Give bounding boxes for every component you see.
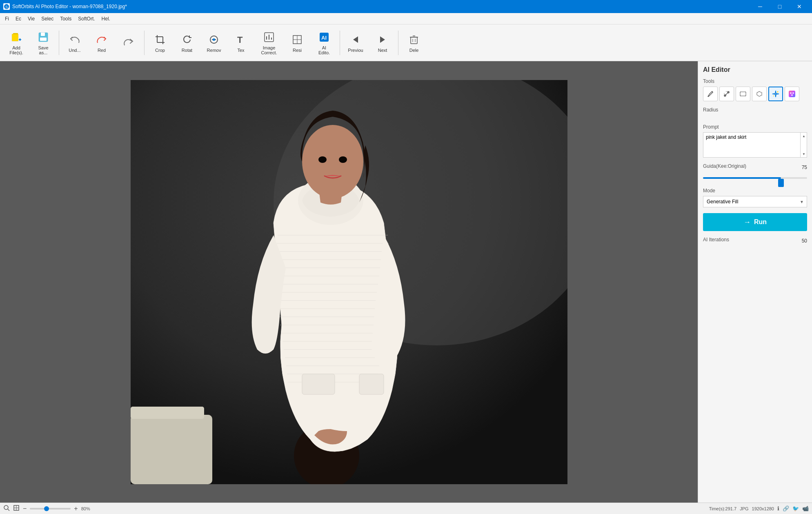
sparkle-icon — [772, 90, 780, 98]
zoom-value: 80% — [81, 506, 90, 511]
tool-magic-button[interactable] — [719, 87, 734, 101]
tool-palette-button[interactable] — [785, 87, 799, 101]
mode-select-wrapper: Generative Fill Inpainting Outpainting ▼ — [703, 196, 807, 207]
image-correct-button[interactable]: Image Correct. — [255, 27, 283, 59]
svg-point-75 — [791, 94, 793, 96]
zoom-slider[interactable] — [30, 508, 71, 510]
tool-lasso-button[interactable] — [752, 87, 767, 101]
resize-icon — [291, 33, 304, 46]
run-button[interactable]: → Run — [703, 213, 807, 231]
zoom-in-button[interactable] — [3, 505, 10, 512]
undo-button[interactable]: Und... — [62, 27, 88, 59]
rotate-label: Rotat — [182, 48, 192, 53]
zoom-fit-icon — [3, 505, 10, 511]
iterations-row: AI Iterations 50 — [703, 237, 807, 245]
image-correct-icon — [263, 31, 276, 44]
canvas-area[interactable] — [0, 61, 698, 503]
zoom-minus-button[interactable]: − — [23, 505, 27, 512]
separator-2 — [144, 31, 145, 55]
remove-label: Remov — [207, 48, 221, 53]
share-video-button[interactable]: 📹 — [802, 505, 809, 512]
scroll-up-arrow[interactable]: ▲ — [801, 133, 807, 139]
menu-view[interactable]: Vie — [24, 14, 38, 23]
svg-rect-61 — [302, 374, 335, 394]
menu-bar: Fi Ec Vie Selec Tools SoftOrt. Hel. — [0, 13, 812, 24]
svg-point-60 — [339, 156, 347, 163]
magic-icon — [723, 90, 731, 98]
radius-label: Radius — [703, 107, 807, 113]
text-label: Tex — [237, 48, 244, 53]
menu-tools[interactable]: Tools — [57, 14, 75, 23]
separator-4 — [398, 31, 398, 55]
tool-brush-button[interactable] — [703, 87, 718, 101]
link-button[interactable]: 🔗 — [783, 505, 789, 512]
ai-edit-button[interactable]: AI AI Edito. — [311, 27, 337, 59]
radius-section: Radius — [703, 107, 807, 118]
guidance-slider-thumb[interactable] — [778, 179, 784, 187]
brush-icon — [706, 90, 714, 98]
tool-rect-button[interactable] — [736, 87, 750, 101]
zoom-thumb[interactable] — [44, 506, 49, 511]
guidance-header: Guida(Kee:Original) 75 — [703, 163, 807, 171]
scroll-down-arrow[interactable]: ▼ — [801, 151, 807, 157]
svg-rect-2 — [12, 34, 18, 41]
undo-icon — [68, 33, 81, 46]
svg-rect-7 — [41, 33, 45, 36]
svg-point-74 — [792, 92, 794, 94]
main-layout: AI Editor Tools — [0, 61, 812, 503]
redo-button[interactable]: Red — [89, 27, 115, 59]
resize-label: Resi — [293, 48, 302, 53]
zoom-rect-button[interactable] — [13, 505, 20, 512]
iterations-label: AI Iterations — [703, 237, 729, 243]
mode-label: Mode — [703, 188, 807, 194]
close-button[interactable]: ✕ — [790, 0, 809, 13]
guidance-label: Guida(Kee:Original) — [703, 163, 746, 169]
guidance-section: Guida(Kee:Original) 75 — [703, 163, 807, 182]
rotate-button[interactable]: Rotat — [174, 27, 200, 59]
menu-edit[interactable]: Ec — [12, 14, 24, 23]
menu-help[interactable]: Hel. — [98, 14, 113, 23]
redo2-button[interactable] — [116, 27, 142, 59]
save-as-icon — [37, 31, 50, 44]
image-correct-label: Image Correct. — [261, 45, 277, 55]
guidance-slider-container[interactable] — [703, 174, 807, 182]
prompt-input[interactable] — [703, 133, 800, 157]
prompt-label: Prompt — [703, 124, 807, 130]
save-as-button[interactable]: Save as... — [30, 27, 56, 59]
ai-edit-label: AI Edito. — [318, 45, 330, 55]
menu-select[interactable]: Selec — [38, 14, 57, 23]
crop-button[interactable]: Crop — [147, 27, 173, 59]
minimize-button[interactable]: ─ — [751, 0, 770, 13]
svg-line-64 — [724, 91, 729, 96]
menu-softorb[interactable]: SoftOrt. — [75, 14, 98, 23]
photo-canvas — [131, 80, 567, 484]
crop-label: Crop — [155, 48, 165, 53]
menu-file[interactable]: Fi — [2, 14, 12, 23]
status-bar-left: − + 80% — [3, 505, 90, 512]
toolbar: Add File(s). Save as... Und... Red Crop — [0, 24, 812, 61]
mode-select[interactable]: Generative Fill Inpainting Outpainting — [703, 196, 807, 207]
prompt-section: Prompt ▲ ▼ — [703, 124, 807, 158]
previous-button[interactable]: Previou — [343, 27, 369, 59]
redo2-icon — [122, 36, 135, 49]
resize-button[interactable]: Resi — [284, 27, 310, 59]
redo-label: Red — [98, 48, 106, 53]
remove-button[interactable]: Remov — [201, 27, 227, 59]
window-controls: ─ □ ✕ — [751, 0, 809, 13]
zoom-plus-button[interactable]: + — [74, 505, 78, 512]
next-button[interactable]: Next — [369, 27, 396, 59]
add-files-button[interactable]: Add File(s). — [3, 27, 29, 59]
delete-button[interactable]: Dele — [401, 27, 427, 59]
text-button[interactable]: T Tex — [228, 27, 254, 59]
undo-label: Und... — [69, 48, 80, 53]
tool-sparkle-button[interactable] — [768, 87, 783, 101]
share-twitter-button[interactable]: 🐦 — [792, 505, 799, 512]
maximize-button[interactable]: □ — [770, 0, 789, 13]
guidance-slider-track — [703, 177, 807, 179]
redo-icon — [95, 33, 108, 46]
tools-row — [703, 87, 807, 101]
time-coords: Time(s):291.7 — [709, 506, 736, 511]
svg-point-59 — [318, 156, 327, 163]
dimensions-badge: 1920x1280 — [752, 506, 774, 511]
info-button[interactable]: ℹ — [777, 505, 779, 512]
